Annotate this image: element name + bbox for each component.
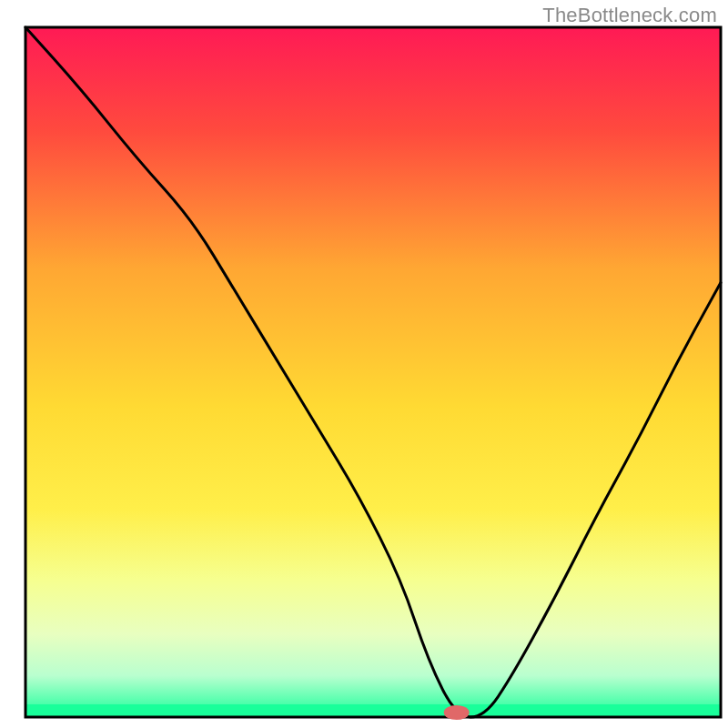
bottleneck-chart <box>0 0 728 728</box>
chart-background-gradient <box>25 27 721 717</box>
optimal-point-marker <box>444 705 470 720</box>
watermark-text: TheBottleneck.com <box>542 4 717 27</box>
chart-baseline-strip <box>25 704 721 717</box>
chart-root: TheBottleneck.com <box>0 0 728 728</box>
